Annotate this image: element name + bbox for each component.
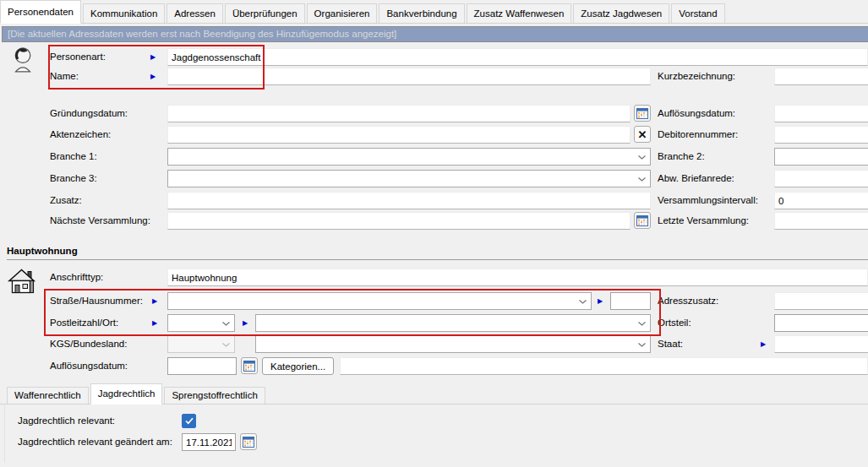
link-arrow-icon[interactable]: ▶: [761, 335, 766, 353]
row-branche1: Branche 1: Branche 2:: [0, 148, 868, 166]
row-name: Name: ▶ Kurzbezeichnung:: [0, 68, 868, 86]
branche3-label: Branche 3:: [50, 170, 97, 187]
bottom-tab-bar: Waffenrechtlich Jagdrechtlich Sprengstof…: [0, 384, 868, 405]
ort-dropdown[interactable]: [255, 314, 651, 332]
chevron-down-icon: [638, 343, 646, 347]
kurzbezeichnung-input[interactable]: [774, 68, 868, 85]
hauptwohnung-section-title: Hauptwohnung: [7, 246, 868, 260]
aktenzeichen-label: Aktenzeichen:: [50, 126, 111, 144]
kategorien-input[interactable]: [340, 357, 868, 375]
adresse-aufloesungsdatum-label: Auflösungsdatum:: [50, 357, 128, 375]
jagd-relevant-label: Jagdrechtlich relevant:: [18, 412, 115, 430]
row-strasse: Straße/Hausnummer: ▶ ▶ Adresszusatz:: [0, 292, 868, 311]
tab-kommunikation[interactable]: Kommunikation: [83, 3, 165, 23]
letzte-versammlung-input[interactable]: [774, 212, 868, 230]
branche2-dropdown[interactable]: [774, 148, 868, 166]
tab-ueberpruefungen[interactable]: Überprüfungen: [225, 3, 305, 23]
row-adresse-aufloesung: Auflösungsdatum: Kategorien...: [0, 357, 868, 376]
naechste-versammlung-input[interactable]: [167, 212, 631, 230]
hint-banner: [Die aktuellen Adressdaten werden erst n…: [2, 26, 868, 42]
tab-zusatz-jagdwesen[interactable]: Zusatz Jagdwesen: [573, 3, 669, 23]
row-plz-ort: Postleitzahl/Ort: ▶ ▶ Ortsteil:: [0, 314, 868, 333]
personendaten-window: Personendaten Kommunikation Adressen Übe…: [0, 0, 868, 467]
chevron-down-icon: [638, 177, 646, 182]
name-input[interactable]: [167, 68, 651, 85]
calendar-icon: [243, 361, 255, 372]
branche2-label: Branche 2:: [658, 148, 705, 166]
link-arrow-icon[interactable]: ▶: [598, 292, 603, 310]
adresse-aufloesungsdatum-input[interactable]: [167, 357, 237, 375]
anschrifttyp-input[interactable]: [167, 269, 868, 286]
row-gruendungsdatum: Gründungsdatum: Auflösungsdatum:: [0, 105, 868, 123]
jagd-relevant-checkbox[interactable]: [182, 414, 196, 428]
tab-personendaten[interactable]: Personendaten: [0, 0, 81, 24]
gruendungsdatum-label: Gründungsdatum:: [50, 105, 128, 122]
tab-organisieren[interactable]: Organisieren: [307, 3, 378, 23]
adresszusatz-input[interactable]: [774, 292, 868, 310]
calendar-icon: [636, 108, 648, 119]
link-arrow-icon[interactable]: ▶: [150, 68, 156, 85]
aufloesungsdatum-label: Auflösungsdatum:: [658, 105, 735, 122]
hausnummer-input[interactable]: [610, 292, 651, 310]
debitorennummer-input[interactable]: [774, 126, 868, 144]
kategorien-button[interactable]: Kategorien...: [262, 357, 334, 375]
row-personenart: Personenart: ▶: [0, 48, 868, 67]
calendar-button[interactable]: [241, 357, 258, 374]
zusatz-input[interactable]: [167, 192, 651, 209]
calendar-icon: [636, 215, 648, 226]
staat-label: Staat:: [658, 335, 683, 353]
row-aktenzeichen: Aktenzeichen: ✕ Debitorennummer:: [0, 126, 868, 144]
jagd-geaendert-label: Jagdrechtlich relevant geändert am:: [18, 433, 172, 451]
tab-adressen[interactable]: Adressen: [167, 3, 223, 23]
calendar-button[interactable]: [240, 433, 257, 450]
branche1-dropdown[interactable]: [167, 148, 651, 166]
clear-button[interactable]: ✕: [634, 126, 651, 143]
strasse-label: Straße/Hausnummer:: [50, 292, 143, 310]
personenart-label: Personenart:: [50, 48, 106, 66]
link-arrow-icon[interactable]: ▶: [243, 314, 248, 332]
branche1-label: Branche 1:: [50, 148, 97, 166]
personenart-input[interactable]: [167, 48, 868, 66]
ortsteil-label: Ortsteil:: [658, 314, 691, 332]
plz-dropdown[interactable]: [167, 314, 235, 332]
calendar-button[interactable]: [634, 105, 651, 122]
kgs-dropdown[interactable]: [167, 335, 235, 353]
link-arrow-icon[interactable]: ▶: [150, 48, 156, 66]
tab-sprengstoffrechtlich[interactable]: Sprengstoffrechtlich: [164, 387, 265, 404]
chevron-down-icon: [638, 322, 646, 326]
tab-waffenrechtlich[interactable]: Waffenrechtlich: [7, 387, 89, 404]
naechste-versammlung-label: Nächste Versammlung:: [50, 212, 150, 230]
tab-vorstand[interactable]: Vorstand: [671, 3, 724, 23]
calendar-icon: [243, 437, 254, 448]
tab-jagdrechtlich[interactable]: Jagdrechtlich: [90, 383, 163, 405]
tab-bankverbindung[interactable]: Bankverbindung: [379, 3, 464, 23]
branche3-dropdown[interactable]: [167, 170, 651, 187]
staat-input[interactable]: [774, 335, 868, 353]
link-arrow-icon[interactable]: ▶: [152, 292, 157, 310]
name-label: Name:: [50, 68, 79, 85]
gruendungsdatum-input[interactable]: [167, 105, 631, 122]
calendar-button[interactable]: [634, 212, 651, 229]
aktenzeichen-input[interactable]: [167, 126, 631, 144]
check-icon: [185, 417, 194, 425]
zusatz-label: Zusatz:: [50, 192, 82, 209]
abw-briefanrede-input[interactable]: [774, 170, 868, 187]
adresszusatz-label: Adresszusatz:: [658, 292, 718, 310]
tab-zusatz-waffenwesen[interactable]: Zusatz Waffenwesen: [467, 3, 572, 23]
plz-ort-label: Postleitzahl/Ort:: [50, 314, 118, 332]
row-jagd-relevant: Jagdrechtlich relevant:: [0, 412, 868, 431]
versammlungsintervall-input[interactable]: [774, 192, 868, 209]
aufloesungsdatum-input[interactable]: [774, 105, 868, 122]
anschrifttyp-label: Anschrifttyp:: [50, 269, 103, 286]
jagd-geaendert-date-input[interactable]: [182, 433, 236, 451]
versammlungsintervall-label: Versammlungsintervall:: [658, 192, 758, 209]
kgs-label: KGS/Bundesland:: [50, 335, 127, 353]
chevron-down-icon: [579, 300, 587, 304]
bundesland-dropdown[interactable]: [255, 335, 651, 353]
ortsteil-input[interactable]: [774, 314, 868, 332]
chevron-down-icon: [638, 155, 646, 160]
strasse-dropdown[interactable]: [167, 292, 592, 310]
link-arrow-icon[interactable]: ▶: [152, 314, 157, 332]
top-tab-bar: Personendaten Kommunikation Adressen Übe…: [0, 0, 868, 24]
letzte-versammlung-label: Letzte Versammlung:: [658, 212, 749, 230]
